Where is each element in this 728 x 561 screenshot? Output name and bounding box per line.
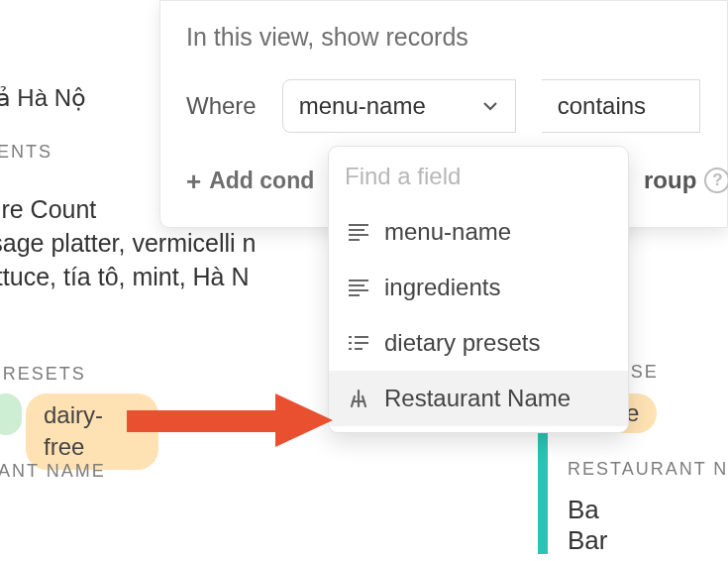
plus-icon: +	[186, 168, 201, 194]
filter-popover-title: In this view, show records	[186, 23, 701, 52]
field-option-ingredients[interactable]: ingredients	[329, 260, 628, 315]
field-option-label: menu-name	[384, 218, 511, 246]
field-option-dietary-presets[interactable]: dietary presets	[329, 315, 628, 371]
field-search-input[interactable]	[343, 162, 614, 191]
add-condition-button[interactable]: + Add cond	[186, 168, 314, 194]
field-select[interactable]: menu-name	[282, 79, 516, 133]
svg-marker-19	[275, 393, 333, 447]
operator-select-value: contains	[558, 92, 646, 120]
long-text-icon	[347, 276, 370, 299]
help-icon[interactable]: ?	[704, 168, 728, 193]
text-field-icon	[347, 387, 370, 410]
restaurant-name-header-right: RESTAURANT N	[568, 459, 728, 480]
preset-pill-partial	[0, 393, 22, 435]
restaurant-name-value: Ba Bar	[568, 495, 607, 556]
restaurant-name-header: URANT NAME	[0, 459, 106, 483]
add-condition-label: Add cond	[209, 168, 314, 194]
field-option-label: ingredients	[384, 274, 500, 301]
field-option-restaurant-name[interactable]: Restaurant Name	[329, 371, 628, 426]
group-button-label: roup	[644, 167, 696, 194]
field-option-menu-name[interactable]: menu-name	[329, 204, 628, 260]
ingredients-header: DIENTS	[0, 140, 52, 164]
menu-name-value: Chả Hà Nộ	[0, 82, 86, 114]
field-select-value: menu-name	[299, 92, 426, 120]
add-condition-group-button[interactable]: roup ?	[644, 167, 728, 194]
dietary-presets-header: Y PRESETS	[0, 362, 86, 386]
field-option-label: Restaurant Name	[384, 385, 571, 412]
long-text-icon	[347, 220, 370, 244]
multiselect-icon	[347, 331, 370, 355]
conjunction-label: Where	[186, 92, 257, 120]
field-option-label: dietary presets	[384, 329, 540, 357]
operator-select[interactable]: contains	[542, 79, 700, 133]
field-search[interactable]	[343, 157, 614, 196]
field-picker-dropdown: menu-name ingredients dietary presets	[328, 146, 629, 433]
chevron-down-icon	[481, 97, 499, 115]
